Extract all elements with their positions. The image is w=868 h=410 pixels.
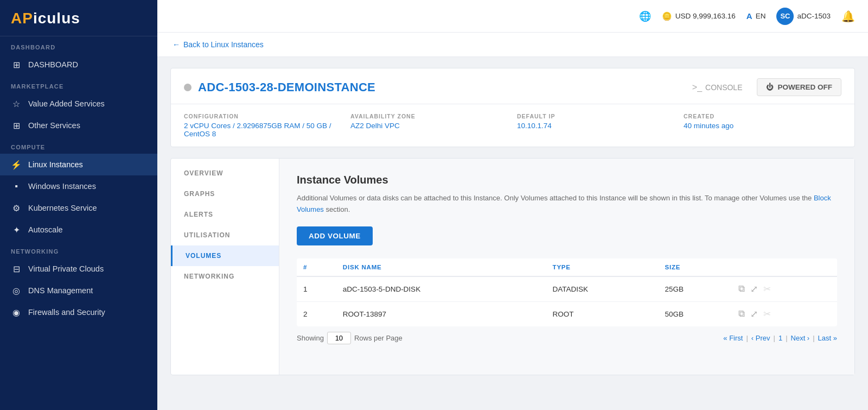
instance-card: ADC-1503-28-DEMOINSTANCE >_ CONSOLE ⏻ PO… bbox=[170, 68, 855, 147]
add-volume-button[interactable]: ADD VOLUME bbox=[297, 226, 373, 245]
sidebar-item-windows-instances[interactable]: ▪ Windows Instances bbox=[0, 175, 157, 197]
vpc-icon: ⊟ bbox=[11, 263, 22, 274]
col-size: SIZE bbox=[658, 258, 731, 276]
sidebar-item-dashboard[interactable]: ⊞ DASHBOARD bbox=[0, 54, 157, 75]
nav-volumes[interactable]: VOLUMES bbox=[171, 245, 279, 266]
language-selector[interactable]: A EN bbox=[746, 11, 766, 21]
user-profile[interactable]: SC aDC-1503 bbox=[776, 8, 831, 25]
console-button[interactable]: >_ CONSOLE bbox=[687, 79, 748, 96]
notifications-button[interactable]: 🔔 bbox=[841, 10, 855, 23]
section-label-dashboard: DASHBOARD bbox=[0, 36, 157, 54]
row2-size: 50GB bbox=[658, 301, 731, 326]
sidebar-item-label: Linux Instances bbox=[28, 160, 83, 169]
detach-icon-row2: ✂ bbox=[763, 308, 771, 320]
config-meta: CONFIGURATION 2 vCPU Cores / 2.9296875GB… bbox=[184, 113, 342, 138]
dns-icon: ◎ bbox=[11, 285, 22, 296]
copy-icon-row2[interactable]: ⧉ bbox=[738, 308, 745, 319]
col-num: # bbox=[297, 258, 336, 276]
nav-utilisation[interactable]: UTILISATION bbox=[171, 225, 279, 245]
console-icon: >_ bbox=[692, 83, 702, 92]
nav-networking[interactable]: NETWORKING bbox=[171, 266, 279, 287]
firewall-icon: ◉ bbox=[11, 307, 22, 318]
status-dot bbox=[184, 84, 192, 91]
prev-page-link[interactable]: ‹ Prev bbox=[751, 334, 770, 342]
instance-detail: OVERVIEW GRAPHS ALERTS UTILISATION VOLUM… bbox=[170, 158, 855, 375]
row2-disk-name: ROOT-13897 bbox=[336, 301, 546, 326]
sidebar-item-label: Kubernetes Service bbox=[28, 204, 97, 212]
sidebar-item-linux-instances[interactable]: ⚡ Linux Instances bbox=[0, 154, 157, 175]
created-value: 40 minutes ago bbox=[684, 122, 841, 130]
ip-value: 10.10.1.74 bbox=[517, 122, 675, 130]
az-meta: AVAILABILITY ZONE AZ2 Delhi VPC bbox=[350, 113, 508, 138]
section-label-marketplace: MARKETPLACE bbox=[0, 75, 157, 93]
instance-title-row: ADC-1503-28-DEMOINSTANCE bbox=[184, 80, 375, 94]
copy-icon-row1[interactable]: ⧉ bbox=[738, 283, 745, 294]
sidebar-item-label: DNS Management bbox=[28, 286, 93, 295]
expand-icon-row2[interactable]: ⤢ bbox=[750, 308, 758, 320]
sidebar-item-value-added-services[interactable]: ☆ Value Added Services bbox=[0, 93, 157, 115]
sidebar-item-label: Value Added Services bbox=[28, 99, 105, 108]
powered-off-label: POWERED OFF bbox=[778, 83, 833, 91]
language-value: EN bbox=[756, 12, 766, 20]
instance-meta: CONFIGURATION 2 vCPU Cores / 2.9296875GB… bbox=[171, 104, 854, 147]
back-link-label: Back to Linux Instances bbox=[183, 40, 264, 49]
detail-panel: Instance Volumes Additional Volumes or d… bbox=[279, 159, 854, 375]
instance-header: ADC-1503-28-DEMOINSTANCE >_ CONSOLE ⏻ PO… bbox=[171, 68, 854, 104]
current-page: 1 bbox=[778, 334, 782, 342]
detail-nav: OVERVIEW GRAPHS ALERTS UTILISATION VOLUM… bbox=[171, 159, 279, 375]
header-actions: >_ CONSOLE ⏻ POWERED OFF bbox=[687, 78, 841, 96]
sidebar-item-dns-management[interactable]: ◎ DNS Management bbox=[0, 280, 157, 301]
windows-icon: ▪ bbox=[11, 181, 22, 192]
detach-icon-row1: ✂ bbox=[763, 283, 771, 295]
sidebar-item-kubernetes-service[interactable]: ⚙ Kubernetes Service bbox=[0, 197, 157, 219]
main-area: 🌐 🪙 USD 9,999,163.16 A EN SC aDC-1503 🔔 … bbox=[157, 0, 868, 410]
showing-label: Showing bbox=[297, 334, 324, 342]
row1-type: DATADISK bbox=[546, 276, 659, 302]
last-page-link[interactable]: Last » bbox=[818, 334, 837, 342]
created-meta: CREATED 40 minutes ago bbox=[684, 113, 841, 138]
expand-icon-row1[interactable]: ⤢ bbox=[750, 283, 758, 295]
bell-icon: 🔔 bbox=[841, 10, 855, 23]
row1-actions: ⧉ ⤢ ✂ bbox=[732, 276, 837, 302]
section-label-networking: NETWORKING bbox=[0, 241, 157, 258]
globe-button[interactable]: 🌐 bbox=[639, 10, 651, 22]
sidebar-item-autoscale[interactable]: ✦ Autoscale bbox=[0, 219, 157, 241]
table-row: 1 aDC-1503-5-DND-DISK DATADISK 25GB ⧉ ⤢ … bbox=[297, 276, 837, 302]
next-page-link[interactable]: Next › bbox=[791, 334, 810, 342]
row1-num: 1 bbox=[297, 276, 336, 302]
az-label: AVAILABILITY ZONE bbox=[350, 113, 508, 119]
sidebar-item-firewalls-security[interactable]: ◉ Firewalls and Security bbox=[0, 301, 157, 323]
balance-display[interactable]: 🪙 USD 9,999,163.16 bbox=[662, 11, 736, 21]
content-area: ← Back to Linux Instances ADC-1503-28-DE… bbox=[157, 33, 868, 410]
first-page-link[interactable]: « First bbox=[723, 334, 743, 342]
kubernetes-icon: ⚙ bbox=[11, 203, 22, 213]
row2-actions: ⧉ ⤢ ✂ bbox=[732, 301, 837, 326]
pagination-links: « First | ‹ Prev | 1 | Next › | Last » bbox=[723, 334, 837, 342]
sidebar-item-label: Firewalls and Security bbox=[28, 308, 105, 317]
avatar: SC bbox=[776, 8, 794, 25]
sidebar-item-label: Autoscale bbox=[28, 225, 63, 234]
sidebar-item-virtual-private-clouds[interactable]: ⊟ Virtual Private Clouds bbox=[0, 258, 157, 280]
nav-graphs[interactable]: GRAPHS bbox=[171, 184, 279, 204]
col-type: TYPE bbox=[546, 258, 659, 276]
row2-type: ROOT bbox=[546, 301, 659, 326]
rows-per-page-input[interactable] bbox=[327, 332, 351, 344]
header: 🌐 🪙 USD 9,999,163.16 A EN SC aDC-1503 🔔 bbox=[157, 0, 868, 33]
row1-disk-name: aDC-1503-5-DND-DISK bbox=[336, 276, 546, 302]
vas-icon: ☆ bbox=[11, 98, 22, 109]
other-services-icon: ⊞ bbox=[11, 120, 22, 131]
powered-off-button[interactable]: ⏻ POWERED OFF bbox=[757, 78, 842, 96]
sidebar: APiculus DASHBOARD ⊞ DASHBOARD MARKETPLA… bbox=[0, 0, 157, 410]
sidebar-item-label: Virtual Private Clouds bbox=[28, 264, 104, 273]
config-value: 2 vCPU Cores / 2.9296875GB RAM / 50 GB /… bbox=[184, 122, 342, 138]
nav-alerts[interactable]: ALERTS bbox=[171, 204, 279, 225]
wallet-icon: 🪙 bbox=[662, 11, 672, 21]
nav-overview[interactable]: OVERVIEW bbox=[171, 163, 279, 184]
linux-icon: ⚡ bbox=[11, 159, 22, 170]
sidebar-item-label: Windows Instances bbox=[28, 182, 96, 191]
power-icon: ⏻ bbox=[766, 83, 774, 91]
globe-icon: 🌐 bbox=[639, 10, 651, 22]
panel-description: Additional Volumes or data disks can be … bbox=[297, 193, 837, 216]
sidebar-item-other-services[interactable]: ⊞ Other Services bbox=[0, 115, 157, 136]
back-link[interactable]: ← Back to Linux Instances bbox=[173, 40, 264, 49]
